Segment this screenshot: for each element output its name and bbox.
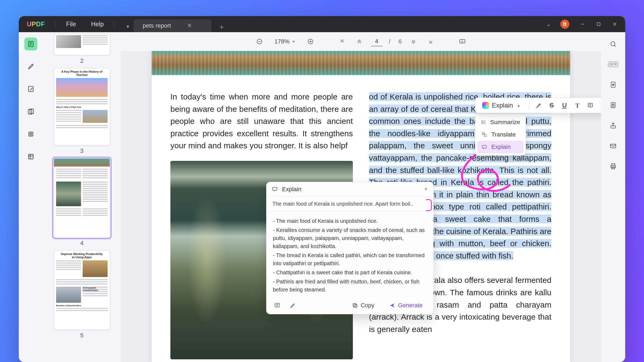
zoom-out-button[interactable] bbox=[254, 36, 265, 47]
svg-point-17 bbox=[482, 122, 482, 123]
search-icon[interactable] bbox=[607, 38, 619, 50]
tabs-dropdown[interactable]: ▾ bbox=[122, 21, 134, 32]
titlebar-right: ⌄ B bbox=[543, 16, 621, 32]
chevron-down-icon: ▼ bbox=[424, 187, 428, 192]
strikethrough-icon[interactable]: S bbox=[546, 99, 558, 111]
page-number-input[interactable] bbox=[371, 37, 382, 46]
divider bbox=[529, 101, 529, 110]
copy-icon bbox=[352, 302, 358, 308]
tab-close-icon[interactable]: ✕ bbox=[187, 22, 192, 29]
ai-panel-selection-preview: The main food of Kerala is unpolished ri… bbox=[266, 197, 433, 212]
left-tool-rail bbox=[19, 32, 43, 362]
svg-point-26 bbox=[611, 42, 615, 46]
crop-tool-icon[interactable] bbox=[24, 128, 37, 141]
window-minimize-button[interactable] bbox=[576, 19, 589, 29]
divider bbox=[600, 101, 600, 110]
selection-toolbar: Explain ▴ S U T bbox=[475, 98, 601, 113]
first-page-button[interactable] bbox=[337, 36, 347, 47]
body: 2 A Key Phase in the History of Tourism … bbox=[19, 32, 625, 362]
window-maximize-button[interactable] bbox=[592, 19, 605, 29]
thumbnail-sidebar[interactable]: 2 A Key Phase in the History of Tourism … bbox=[43, 32, 121, 362]
ai-menu-explain[interactable]: Explain bbox=[477, 141, 524, 153]
tabstrip: ▾ pets report ✕ ＋ bbox=[122, 16, 227, 32]
svg-point-18 bbox=[482, 123, 482, 124]
last-page-button[interactable] bbox=[425, 36, 436, 47]
print-icon[interactable] bbox=[607, 160, 619, 172]
titlebar: UPDF File Help ▾ pets report ✕ ＋ ⌄ B bbox=[19, 16, 625, 32]
ai-explain-panel: Explain ▼ The main food of Kerala is unp… bbox=[266, 182, 434, 314]
generate-button[interactable]: Generate bbox=[384, 300, 428, 311]
compress-icon[interactable] bbox=[607, 79, 619, 91]
thumbnail-label: 4 bbox=[80, 240, 83, 247]
thumbnail-3[interactable]: A Key Phase in the History of Tourism Wh… bbox=[54, 68, 110, 154]
svg-rect-21 bbox=[482, 145, 486, 148]
note-icon[interactable] bbox=[584, 99, 596, 111]
form-tool-icon[interactable] bbox=[24, 150, 37, 163]
presentation-button[interactable] bbox=[457, 36, 468, 47]
list-icon bbox=[481, 119, 486, 125]
organize-tool-icon[interactable] bbox=[24, 105, 37, 118]
ai-menu-translate[interactable]: Translate bbox=[477, 128, 524, 141]
viewer-toolbar: 178%▼ / 6 bbox=[121, 32, 601, 51]
ai-action-label: Explain bbox=[492, 102, 513, 109]
svg-point-16 bbox=[482, 121, 482, 121]
thumbnail-label: 3 bbox=[80, 147, 83, 154]
thumbnail-2[interactable]: 2 bbox=[54, 34, 110, 64]
ai-action-dropdown[interactable]: Explain ▴ bbox=[478, 100, 525, 111]
zoom-in-button[interactable] bbox=[305, 36, 316, 47]
comment-tool-icon[interactable] bbox=[24, 60, 37, 73]
zoom-level-select[interactable]: 178%▼ bbox=[271, 36, 299, 47]
svg-rect-5 bbox=[29, 132, 33, 136]
svg-rect-20 bbox=[484, 135, 486, 137]
ai-menu-summarize[interactable]: Summarize bbox=[477, 116, 524, 128]
page-hero-image bbox=[152, 51, 570, 75]
document-tab[interactable]: pets report ✕ bbox=[134, 19, 211, 32]
ai-panel-mode-select[interactable]: Explain ▼ bbox=[266, 182, 433, 197]
user-avatar[interactable]: B bbox=[560, 20, 569, 29]
svg-rect-23 bbox=[275, 303, 279, 307]
svg-rect-2 bbox=[28, 86, 33, 92]
next-page-button[interactable] bbox=[408, 36, 419, 47]
new-tab-button[interactable]: ＋ bbox=[216, 21, 227, 32]
chevron-up-icon: ▴ bbox=[516, 102, 521, 108]
edit-tool-icon[interactable] bbox=[24, 83, 37, 95]
document-viewer: 178%▼ / 6 In today's time when bbox=[121, 32, 601, 362]
thumbnail-4[interactable]: 4 bbox=[54, 158, 110, 247]
insert-note-icon[interactable] bbox=[272, 300, 283, 311]
page-separator: / bbox=[389, 38, 390, 45]
thumbnail-5[interactable]: Improve Working Productivity in Using Ap… bbox=[54, 250, 110, 339]
svg-rect-24 bbox=[354, 304, 357, 307]
page-area[interactable]: In today's time when more and more peopl… bbox=[121, 51, 601, 362]
svg-rect-7 bbox=[28, 154, 33, 159]
divider bbox=[114, 20, 114, 28]
svg-rect-28 bbox=[611, 102, 615, 108]
svg-rect-29 bbox=[612, 105, 614, 107]
thumb-title-a: Improve Working Productivity bbox=[54, 251, 110, 256]
menu-help[interactable]: Help bbox=[83, 21, 111, 28]
insert-highlight-icon[interactable] bbox=[287, 300, 298, 311]
right-tool-rail: OCR bbox=[601, 32, 625, 362]
left-paragraph[interactable]: In today's time when more and more peopl… bbox=[170, 91, 353, 152]
menu-file[interactable]: File bbox=[58, 21, 83, 28]
ai-sparkle-icon bbox=[482, 102, 489, 109]
ai-action-menu: Summarize Translate Explain bbox=[475, 114, 526, 156]
send-icon bbox=[389, 302, 395, 308]
app-logo: UPDF bbox=[27, 20, 45, 28]
thumb-subtitle: Why to Take a Plant Tour bbox=[54, 105, 110, 109]
text-icon[interactable]: T bbox=[572, 99, 583, 111]
email-icon[interactable] bbox=[607, 140, 619, 152]
divider bbox=[56, 20, 56, 28]
chat-icon bbox=[481, 144, 488, 150]
reader-tool-icon[interactable] bbox=[24, 38, 37, 50]
protect-icon[interactable] bbox=[607, 99, 619, 111]
ocr-icon[interactable]: OCR bbox=[607, 58, 619, 70]
copy-button[interactable]: Copy bbox=[347, 300, 379, 311]
underline-icon[interactable]: U bbox=[559, 99, 570, 111]
ai-panel-output[interactable]: - The main food of Kerala is unpolished … bbox=[266, 212, 433, 297]
window-close-button[interactable] bbox=[608, 19, 621, 29]
titlebar-chevron-down-icon[interactable]: ⌄ bbox=[543, 19, 554, 29]
thumb-title-b: in Using Apps bbox=[54, 256, 110, 259]
highlighter-icon[interactable] bbox=[533, 99, 545, 111]
prev-page-button[interactable] bbox=[354, 36, 365, 47]
share-icon[interactable] bbox=[607, 120, 619, 131]
